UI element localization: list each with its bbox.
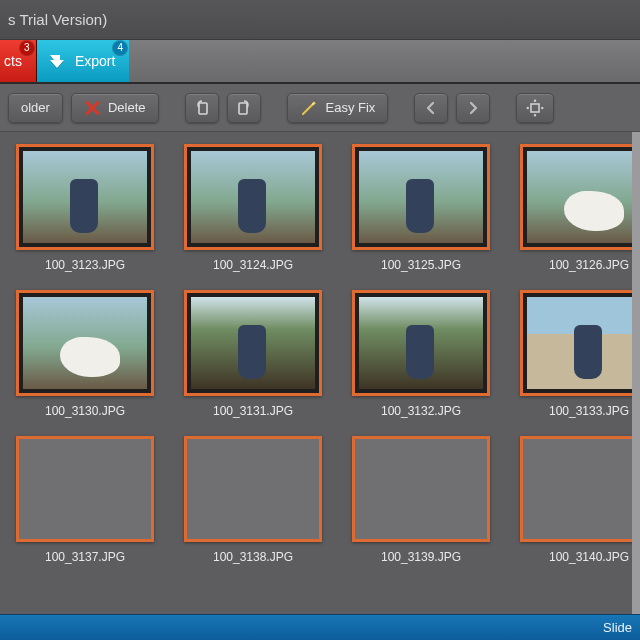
thumbnail-filename: 100_3138.JPG bbox=[213, 550, 293, 564]
thumbnail-grid: 100_3123.JPG100_3124.JPG100_3125.JPG100_… bbox=[0, 132, 640, 564]
easy-fix-button[interactable]: Easy Fix bbox=[287, 93, 389, 123]
thumbnail-frame bbox=[520, 144, 640, 250]
rotate-left-button[interactable] bbox=[185, 93, 219, 123]
toolbar: older Delete Easy Fix bbox=[0, 84, 640, 132]
thumbnail[interactable]: 100_3126.JPG bbox=[514, 144, 640, 272]
next-button[interactable] bbox=[456, 93, 490, 123]
thumbnail-frame bbox=[352, 436, 490, 542]
thumbnail-filename: 100_3132.JPG bbox=[381, 404, 461, 418]
thumbnail-filename: 100_3133.JPG bbox=[549, 404, 629, 418]
thumbnail-frame bbox=[352, 290, 490, 396]
rotate-left-icon bbox=[193, 99, 211, 117]
titlebar: s Trial Version) bbox=[0, 0, 640, 40]
rotate-right-button[interactable] bbox=[227, 93, 261, 123]
fullscreen-button[interactable] bbox=[516, 93, 554, 123]
thumbnail[interactable]: 100_3123.JPG bbox=[10, 144, 160, 272]
thumbnail-image bbox=[23, 151, 147, 243]
thumbnail-area: 100_3123.JPG100_3124.JPG100_3125.JPG100_… bbox=[0, 132, 640, 614]
badge: 4 bbox=[113, 41, 127, 55]
chevron-left-icon bbox=[424, 101, 438, 115]
wand-icon bbox=[300, 99, 318, 117]
thumbnail-filename: 100_3139.JPG bbox=[381, 550, 461, 564]
thumbnail-image bbox=[191, 443, 315, 535]
thumbnail[interactable]: 100_3125.JPG bbox=[346, 144, 496, 272]
status-slide: Slide bbox=[603, 620, 632, 635]
svg-rect-1 bbox=[239, 103, 247, 114]
svg-rect-0 bbox=[199, 103, 207, 114]
thumbnail[interactable]: 100_3138.JPG bbox=[178, 436, 328, 564]
thumbnail-frame bbox=[520, 290, 640, 396]
delete-button[interactable]: Delete bbox=[71, 93, 159, 123]
tabs: cts 3 Export 4 bbox=[0, 40, 640, 84]
export-icon bbox=[47, 51, 67, 71]
thumbnail-frame bbox=[16, 436, 154, 542]
thumbnail-filename: 100_3124.JPG bbox=[213, 258, 293, 272]
thumbnail-image bbox=[359, 443, 483, 535]
tab-export[interactable]: Export 4 bbox=[37, 40, 129, 82]
thumbnail-image bbox=[527, 297, 640, 389]
thumbnail-filename: 100_3140.JPG bbox=[549, 550, 629, 564]
thumbnail-image bbox=[527, 151, 640, 243]
tab-label: Export bbox=[75, 53, 115, 69]
thumbnail-image bbox=[359, 151, 483, 243]
thumbnail-image bbox=[191, 151, 315, 243]
thumbnail[interactable]: 100_3132.JPG bbox=[346, 290, 496, 418]
scrollbar[interactable] bbox=[632, 132, 640, 614]
button-label: older bbox=[21, 100, 50, 115]
thumbnail-frame bbox=[184, 436, 322, 542]
thumbnail[interactable]: 100_3137.JPG bbox=[10, 436, 160, 564]
thumbnail-image bbox=[191, 297, 315, 389]
thumbnail[interactable]: 100_3131.JPG bbox=[178, 290, 328, 418]
status-bar: Slide bbox=[0, 614, 640, 640]
delete-icon bbox=[84, 100, 100, 116]
thumbnail-frame bbox=[352, 144, 490, 250]
thumbnail-image bbox=[23, 297, 147, 389]
badge: 3 bbox=[20, 41, 34, 55]
rotate-right-icon bbox=[235, 99, 253, 117]
thumbnail[interactable]: 100_3130.JPG bbox=[10, 290, 160, 418]
button-label: Delete bbox=[108, 100, 146, 115]
thumbnail-frame bbox=[16, 144, 154, 250]
thumbnail-filename: 100_3131.JPG bbox=[213, 404, 293, 418]
thumbnail-frame bbox=[184, 144, 322, 250]
tab-effects[interactable]: cts 3 bbox=[0, 40, 37, 82]
thumbnail-filename: 100_3137.JPG bbox=[45, 550, 125, 564]
chevron-right-icon bbox=[466, 101, 480, 115]
window-title: s Trial Version) bbox=[8, 11, 107, 28]
thumbnail-image bbox=[527, 443, 640, 535]
button-label: Easy Fix bbox=[326, 100, 376, 115]
thumbnail[interactable]: 100_3139.JPG bbox=[346, 436, 496, 564]
thumbnail-filename: 100_3123.JPG bbox=[45, 258, 125, 272]
thumbnail-image bbox=[359, 297, 483, 389]
thumbnail[interactable]: 100_3124.JPG bbox=[178, 144, 328, 272]
prev-button[interactable] bbox=[414, 93, 448, 123]
svg-rect-3 bbox=[531, 104, 539, 112]
thumbnail-filename: 100_3130.JPG bbox=[45, 404, 125, 418]
tab-label: cts bbox=[4, 53, 22, 69]
thumbnail-frame bbox=[520, 436, 640, 542]
fullscreen-icon bbox=[525, 99, 545, 117]
thumbnail-frame bbox=[184, 290, 322, 396]
folder-button[interactable]: older bbox=[8, 93, 63, 123]
thumbnail[interactable]: 100_3140.JPG bbox=[514, 436, 640, 564]
thumbnail-filename: 100_3126.JPG bbox=[549, 258, 629, 272]
thumbnail-filename: 100_3125.JPG bbox=[381, 258, 461, 272]
thumbnail-image bbox=[23, 443, 147, 535]
thumbnail[interactable]: 100_3133.JPG bbox=[514, 290, 640, 418]
thumbnail-frame bbox=[16, 290, 154, 396]
